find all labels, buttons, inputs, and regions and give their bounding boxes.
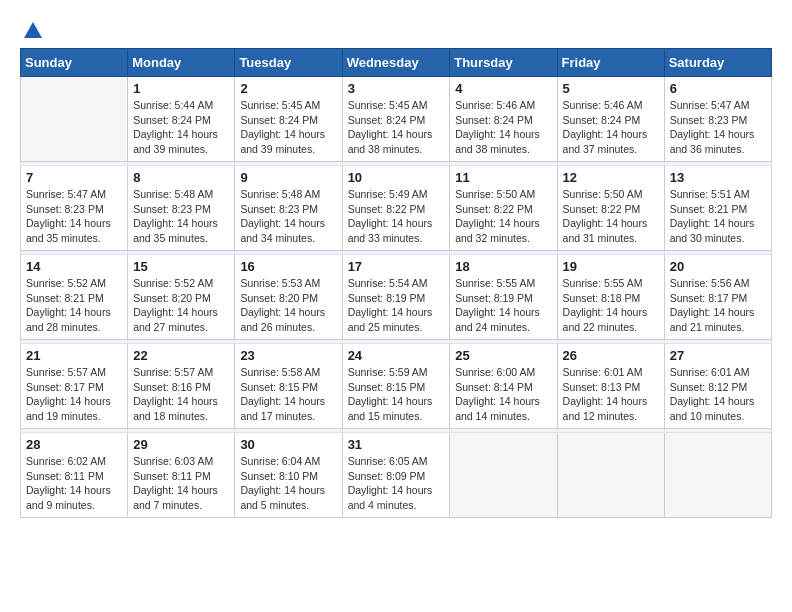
calendar-cell: 10Sunrise: 5:49 AM Sunset: 8:22 PM Dayli… xyxy=(342,166,450,251)
calendar-cell: 9Sunrise: 5:48 AM Sunset: 8:23 PM Daylig… xyxy=(235,166,342,251)
day-info: Sunrise: 5:54 AM Sunset: 8:19 PM Dayligh… xyxy=(348,276,445,335)
calendar-cell: 25Sunrise: 6:00 AM Sunset: 8:14 PM Dayli… xyxy=(450,344,557,429)
day-number: 18 xyxy=(455,259,551,274)
day-number: 24 xyxy=(348,348,445,363)
calendar-cell: 21Sunrise: 5:57 AM Sunset: 8:17 PM Dayli… xyxy=(21,344,128,429)
day-info: Sunrise: 5:48 AM Sunset: 8:23 PM Dayligh… xyxy=(133,187,229,246)
day-info: Sunrise: 6:04 AM Sunset: 8:10 PM Dayligh… xyxy=(240,454,336,513)
page-header xyxy=(20,20,772,38)
day-number: 31 xyxy=(348,437,445,452)
day-info: Sunrise: 6:03 AM Sunset: 8:11 PM Dayligh… xyxy=(133,454,229,513)
day-number: 27 xyxy=(670,348,766,363)
day-info: Sunrise: 5:46 AM Sunset: 8:24 PM Dayligh… xyxy=(455,98,551,157)
day-number: 11 xyxy=(455,170,551,185)
day-number: 28 xyxy=(26,437,122,452)
day-number: 21 xyxy=(26,348,122,363)
week-row: 14Sunrise: 5:52 AM Sunset: 8:21 PM Dayli… xyxy=(21,255,772,340)
calendar-cell: 30Sunrise: 6:04 AM Sunset: 8:10 PM Dayli… xyxy=(235,433,342,518)
calendar-cell xyxy=(664,433,771,518)
calendar-cell: 22Sunrise: 5:57 AM Sunset: 8:16 PM Dayli… xyxy=(128,344,235,429)
day-info: Sunrise: 5:47 AM Sunset: 8:23 PM Dayligh… xyxy=(26,187,122,246)
calendar-cell xyxy=(450,433,557,518)
logo-icon xyxy=(22,20,44,42)
day-info: Sunrise: 5:53 AM Sunset: 8:20 PM Dayligh… xyxy=(240,276,336,335)
day-info: Sunrise: 5:45 AM Sunset: 8:24 PM Dayligh… xyxy=(348,98,445,157)
calendar-cell: 29Sunrise: 6:03 AM Sunset: 8:11 PM Dayli… xyxy=(128,433,235,518)
calendar-cell: 18Sunrise: 5:55 AM Sunset: 8:19 PM Dayli… xyxy=(450,255,557,340)
logo xyxy=(20,20,44,38)
calendar-cell: 1Sunrise: 5:44 AM Sunset: 8:24 PM Daylig… xyxy=(128,77,235,162)
day-number: 15 xyxy=(133,259,229,274)
day-info: Sunrise: 5:45 AM Sunset: 8:24 PM Dayligh… xyxy=(240,98,336,157)
day-info: Sunrise: 5:58 AM Sunset: 8:15 PM Dayligh… xyxy=(240,365,336,424)
day-number: 19 xyxy=(563,259,659,274)
day-info: Sunrise: 5:46 AM Sunset: 8:24 PM Dayligh… xyxy=(563,98,659,157)
calendar-cell: 31Sunrise: 6:05 AM Sunset: 8:09 PM Dayli… xyxy=(342,433,450,518)
calendar-cell: 13Sunrise: 5:51 AM Sunset: 8:21 PM Dayli… xyxy=(664,166,771,251)
calendar-cell: 11Sunrise: 5:50 AM Sunset: 8:22 PM Dayli… xyxy=(450,166,557,251)
day-number: 7 xyxy=(26,170,122,185)
day-number: 22 xyxy=(133,348,229,363)
day-info: Sunrise: 5:57 AM Sunset: 8:16 PM Dayligh… xyxy=(133,365,229,424)
week-row: 7Sunrise: 5:47 AM Sunset: 8:23 PM Daylig… xyxy=(21,166,772,251)
calendar-cell: 7Sunrise: 5:47 AM Sunset: 8:23 PM Daylig… xyxy=(21,166,128,251)
day-info: Sunrise: 5:47 AM Sunset: 8:23 PM Dayligh… xyxy=(670,98,766,157)
calendar-cell: 15Sunrise: 5:52 AM Sunset: 8:20 PM Dayli… xyxy=(128,255,235,340)
day-info: Sunrise: 5:56 AM Sunset: 8:17 PM Dayligh… xyxy=(670,276,766,335)
calendar-cell: 14Sunrise: 5:52 AM Sunset: 8:21 PM Dayli… xyxy=(21,255,128,340)
weekday-header: Tuesday xyxy=(235,49,342,77)
day-number: 9 xyxy=(240,170,336,185)
day-info: Sunrise: 5:55 AM Sunset: 8:19 PM Dayligh… xyxy=(455,276,551,335)
day-number: 25 xyxy=(455,348,551,363)
week-row: 28Sunrise: 6:02 AM Sunset: 8:11 PM Dayli… xyxy=(21,433,772,518)
calendar-cell: 5Sunrise: 5:46 AM Sunset: 8:24 PM Daylig… xyxy=(557,77,664,162)
weekday-header: Saturday xyxy=(664,49,771,77)
day-number: 29 xyxy=(133,437,229,452)
calendar-cell: 28Sunrise: 6:02 AM Sunset: 8:11 PM Dayli… xyxy=(21,433,128,518)
day-info: Sunrise: 6:02 AM Sunset: 8:11 PM Dayligh… xyxy=(26,454,122,513)
calendar-cell: 17Sunrise: 5:54 AM Sunset: 8:19 PM Dayli… xyxy=(342,255,450,340)
day-info: Sunrise: 5:51 AM Sunset: 8:21 PM Dayligh… xyxy=(670,187,766,246)
day-info: Sunrise: 5:52 AM Sunset: 8:21 PM Dayligh… xyxy=(26,276,122,335)
calendar-cell xyxy=(21,77,128,162)
day-number: 23 xyxy=(240,348,336,363)
calendar-cell: 23Sunrise: 5:58 AM Sunset: 8:15 PM Dayli… xyxy=(235,344,342,429)
day-info: Sunrise: 5:55 AM Sunset: 8:18 PM Dayligh… xyxy=(563,276,659,335)
day-number: 26 xyxy=(563,348,659,363)
calendar-cell: 26Sunrise: 6:01 AM Sunset: 8:13 PM Dayli… xyxy=(557,344,664,429)
calendar-cell: 24Sunrise: 5:59 AM Sunset: 8:15 PM Dayli… xyxy=(342,344,450,429)
day-info: Sunrise: 5:52 AM Sunset: 8:20 PM Dayligh… xyxy=(133,276,229,335)
weekday-header: Friday xyxy=(557,49,664,77)
day-info: Sunrise: 5:50 AM Sunset: 8:22 PM Dayligh… xyxy=(563,187,659,246)
calendar-table: SundayMondayTuesdayWednesdayThursdayFrid… xyxy=(20,48,772,518)
calendar-cell: 20Sunrise: 5:56 AM Sunset: 8:17 PM Dayli… xyxy=(664,255,771,340)
calendar-cell: 12Sunrise: 5:50 AM Sunset: 8:22 PM Dayli… xyxy=(557,166,664,251)
day-info: Sunrise: 5:44 AM Sunset: 8:24 PM Dayligh… xyxy=(133,98,229,157)
calendar-cell: 4Sunrise: 5:46 AM Sunset: 8:24 PM Daylig… xyxy=(450,77,557,162)
calendar-cell: 16Sunrise: 5:53 AM Sunset: 8:20 PM Dayli… xyxy=(235,255,342,340)
day-number: 17 xyxy=(348,259,445,274)
calendar-cell: 19Sunrise: 5:55 AM Sunset: 8:18 PM Dayli… xyxy=(557,255,664,340)
day-number: 20 xyxy=(670,259,766,274)
day-info: Sunrise: 6:01 AM Sunset: 8:13 PM Dayligh… xyxy=(563,365,659,424)
day-number: 8 xyxy=(133,170,229,185)
week-row: 1Sunrise: 5:44 AM Sunset: 8:24 PM Daylig… xyxy=(21,77,772,162)
day-number: 6 xyxy=(670,81,766,96)
calendar-cell: 27Sunrise: 6:01 AM Sunset: 8:12 PM Dayli… xyxy=(664,344,771,429)
calendar-cell xyxy=(557,433,664,518)
weekday-header: Sunday xyxy=(21,49,128,77)
day-info: Sunrise: 6:00 AM Sunset: 8:14 PM Dayligh… xyxy=(455,365,551,424)
day-info: Sunrise: 5:48 AM Sunset: 8:23 PM Dayligh… xyxy=(240,187,336,246)
week-row: 21Sunrise: 5:57 AM Sunset: 8:17 PM Dayli… xyxy=(21,344,772,429)
day-number: 14 xyxy=(26,259,122,274)
day-info: Sunrise: 5:50 AM Sunset: 8:22 PM Dayligh… xyxy=(455,187,551,246)
day-number: 12 xyxy=(563,170,659,185)
weekday-header: Monday xyxy=(128,49,235,77)
calendar-cell: 6Sunrise: 5:47 AM Sunset: 8:23 PM Daylig… xyxy=(664,77,771,162)
day-number: 13 xyxy=(670,170,766,185)
day-number: 4 xyxy=(455,81,551,96)
calendar-header-row: SundayMondayTuesdayWednesdayThursdayFrid… xyxy=(21,49,772,77)
day-info: Sunrise: 5:57 AM Sunset: 8:17 PM Dayligh… xyxy=(26,365,122,424)
day-info: Sunrise: 6:05 AM Sunset: 8:09 PM Dayligh… xyxy=(348,454,445,513)
day-info: Sunrise: 5:49 AM Sunset: 8:22 PM Dayligh… xyxy=(348,187,445,246)
